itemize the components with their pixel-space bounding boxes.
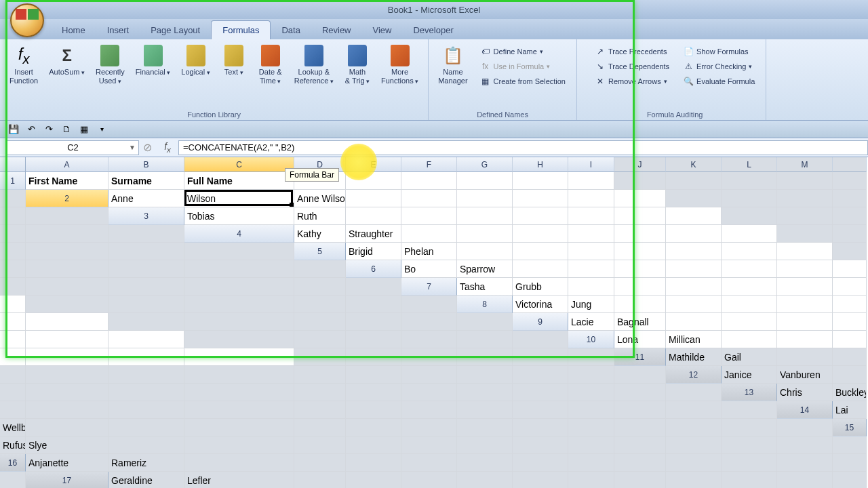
logical-button[interactable]: Logical (177, 42, 214, 79)
cell-J9[interactable] (184, 331, 294, 348)
cell-K5[interactable] (0, 260, 26, 278)
cell-B15[interactable]: Slye (26, 436, 108, 454)
select-all-corner[interactable] (0, 157, 26, 172)
row-header-7[interactable]: 7 (401, 278, 457, 296)
cell-extra-16[interactable] (0, 472, 26, 488)
cell-M3[interactable] (0, 225, 26, 243)
tab-view[interactable]: View (362, 21, 403, 39)
cell-I15[interactable] (513, 436, 568, 454)
insert-function-icon[interactable]: fx (159, 141, 176, 154)
cell-F11[interactable] (26, 366, 108, 384)
cell-extra-3[interactable] (108, 225, 184, 243)
cell-A7[interactable]: Tasha (457, 278, 513, 296)
cell-I4[interactable] (722, 225, 777, 243)
cell-C5[interactable] (457, 243, 513, 260)
row-header-14[interactable]: 14 (777, 401, 833, 419)
cell-F17[interactable] (457, 472, 513, 488)
recently-used-button[interactable]: Recently Used (92, 42, 129, 88)
cell-L10[interactable] (401, 348, 457, 366)
cell-A6[interactable]: Bo (401, 260, 457, 278)
cell-K4[interactable] (833, 225, 867, 243)
undo-icon[interactable]: ↶ (24, 123, 38, 136)
cell-B10[interactable]: Millican (666, 331, 722, 348)
cell-J3[interactable] (722, 207, 777, 225)
cell-D2[interactable] (346, 190, 401, 207)
cell-K14[interactable] (568, 419, 614, 436)
cell-extra-8[interactable] (457, 313, 513, 331)
cell-B4[interactable]: Straughter (346, 225, 401, 243)
row-header-5[interactable]: 5 (294, 243, 346, 260)
cell-H7[interactable] (833, 278, 867, 296)
column-header-E[interactable]: E (346, 157, 401, 172)
cell-E9[interactable] (777, 313, 833, 331)
tab-page-layout[interactable]: Page Layout (140, 21, 211, 39)
cell-undefined15[interactable] (777, 436, 833, 454)
cell-K12[interactable] (457, 384, 513, 401)
column-header-L[interactable]: L (722, 157, 777, 172)
cell-E4[interactable] (513, 225, 568, 243)
cell-C3[interactable] (346, 207, 401, 225)
cell-J4[interactable] (777, 225, 833, 243)
cell-C1[interactable]: Full Name (184, 172, 294, 190)
row-header-11[interactable]: 11 (614, 348, 666, 366)
qat-more-icon[interactable]: ▾ (95, 123, 108, 136)
cell-G14[interactable] (346, 419, 401, 436)
column-header-H[interactable]: H (513, 157, 568, 172)
cell-G9[interactable] (0, 331, 26, 348)
redo-icon[interactable]: ↷ (42, 123, 56, 136)
cell-extra-15[interactable] (833, 436, 867, 454)
cell-D16[interactable] (294, 454, 346, 472)
cell-undefined16[interactable] (833, 454, 867, 472)
cell-C4[interactable] (401, 225, 457, 243)
cell-undefined3[interactable] (26, 225, 108, 243)
cell-M1[interactable] (777, 172, 833, 190)
cell-M11[interactable] (513, 366, 568, 384)
cell-F2[interactable] (457, 190, 513, 207)
text-button[interactable]: Text (217, 42, 251, 79)
column-header-B[interactable]: B (108, 157, 184, 172)
cell-undefined9[interactable] (457, 331, 513, 348)
cell-H6[interactable] (777, 260, 833, 278)
cell-H13[interactable] (346, 401, 401, 419)
print-preview-icon[interactable]: ▦ (77, 123, 91, 136)
cell-K11[interactable] (401, 366, 457, 384)
cell-E17[interactable] (401, 472, 457, 488)
office-button[interactable] (10, 3, 44, 37)
cell-M16[interactable] (777, 454, 833, 472)
cell-C2[interactable]: Anne Wilson (294, 190, 346, 207)
cell-E5[interactable] (568, 243, 614, 260)
cell-H16[interactable] (513, 454, 568, 472)
column-header-C[interactable]: C (184, 157, 294, 172)
row-header-2[interactable]: 2 (26, 190, 108, 207)
cell-B11[interactable]: Gail (722, 348, 777, 366)
cell-E1[interactable] (346, 172, 401, 190)
cell-undefined13[interactable] (666, 401, 722, 419)
cell-L14[interactable] (614, 419, 666, 436)
cell-F12[interactable] (108, 384, 184, 401)
cell-G3[interactable] (568, 207, 614, 225)
cell-G5[interactable] (666, 243, 722, 260)
cell-B2[interactable]: Wilson (184, 190, 294, 207)
evaluate-formula-button[interactable]: 🔍Evaluate Formula (680, 75, 757, 88)
worksheet-area[interactable]: ABCDEFGHIJKLM1First NameSurnameFull Name… (0, 157, 868, 488)
cell-H2[interactable] (568, 190, 614, 207)
cell-extra-7[interactable] (401, 296, 457, 313)
tab-data[interactable]: Data (271, 21, 311, 39)
cell-G13[interactable] (294, 401, 346, 419)
cell-J1[interactable] (614, 172, 666, 190)
cell-L16[interactable] (722, 454, 777, 472)
cell-B7[interactable]: Grubb (513, 278, 568, 296)
cell-L4[interactable] (0, 243, 26, 260)
cell-M4[interactable] (26, 243, 108, 260)
cell-K7[interactable] (108, 296, 184, 313)
cell-K13[interactable] (513, 401, 568, 419)
cell-M8[interactable] (346, 313, 401, 331)
cell-K9[interactable] (294, 331, 346, 348)
formula-bar-input[interactable]: =CONCATENATE(A2," ",B2) (178, 140, 868, 155)
cell-C17[interactable] (294, 472, 346, 488)
autosum-button[interactable]: Σ AutoSum (45, 42, 89, 79)
cell-extra-1[interactable] (0, 190, 26, 207)
cell-G11[interactable] (108, 366, 184, 384)
cell-L6[interactable] (108, 278, 184, 296)
cell-A14[interactable]: Lai (833, 401, 867, 419)
